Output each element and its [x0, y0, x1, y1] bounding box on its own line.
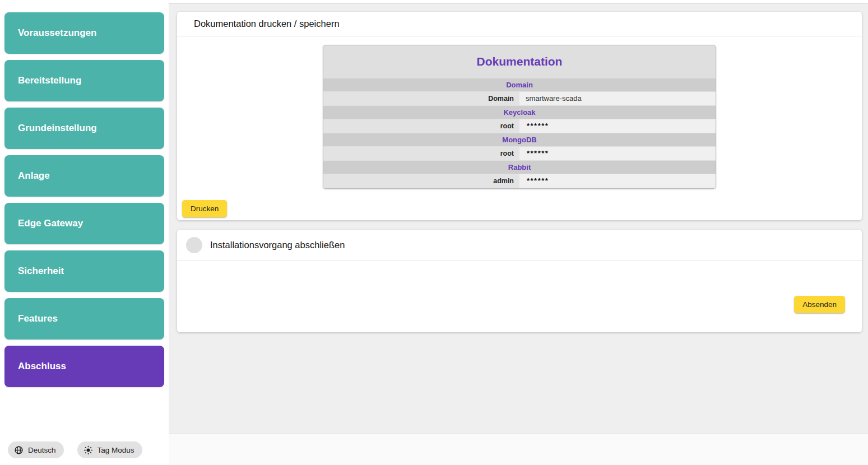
globe-icon: [14, 445, 24, 455]
doc-row: root******: [323, 147, 716, 160]
doc-section-header-domain: Domain: [323, 78, 716, 91]
doc-section-header-rabbit: Rabbit: [323, 161, 716, 174]
sidebar-item-anlage[interactable]: Anlage: [4, 155, 164, 197]
sidebar-nav: VoraussetzungenBereitstellungGrundeinste…: [0, 0, 169, 387]
doc-row-value-masked: ******: [519, 174, 716, 188]
doc-row: admin******: [323, 174, 716, 188]
documentation-title: Dokumentation: [323, 45, 716, 78]
doc-row-label: root: [323, 147, 519, 160]
print-button[interactable]: Drucken: [182, 200, 227, 217]
bottom-strip: [169, 434, 868, 465]
doc-row: root******: [323, 119, 716, 133]
sidebar-item-abschluss[interactable]: Abschluss: [4, 346, 164, 387]
doc-section-header-keycloak: Keycloak: [323, 106, 716, 119]
theme-toggle-button[interactable]: Tag Modus: [77, 441, 142, 458]
language-button[interactable]: Deutsch: [8, 441, 64, 458]
language-button-label: Deutsch: [28, 446, 56, 454]
sidebar-item-bereitstellung[interactable]: Bereitstellung: [4, 60, 164, 101]
top-strip: [169, 0, 868, 3]
status-circle-icon: [186, 237, 202, 253]
finish-card-title: Installationsvorgang abschließen: [210, 240, 345, 250]
documentation-card-header: Dokumentation drucken / speichern: [177, 12, 862, 36]
sidebar-item-features[interactable]: Features: [4, 298, 164, 340]
documentation-card: Dokumentation drucken / speichern Dokume…: [177, 12, 862, 220]
sidebar: VoraussetzungenBereitstellungGrundeinste…: [0, 0, 169, 465]
doc-row: Domainsmartware-scada: [323, 92, 716, 105]
finish-card-body: Absenden: [177, 261, 862, 313]
sidebar-item-voraussetzungen[interactable]: Voraussetzungen: [4, 12, 164, 54]
doc-row-label: root: [323, 119, 519, 133]
sidebar-item-grundeinstellung[interactable]: Grundeinstellung: [4, 108, 164, 149]
doc-row-label: admin: [323, 174, 519, 188]
theme-toggle-label: Tag Modus: [98, 446, 134, 454]
doc-row-label: Domain: [323, 92, 519, 105]
main-content: Dokumentation drucken / speichern Dokume…: [169, 0, 868, 465]
sun-icon: [83, 445, 93, 455]
documentation-table: Dokumentation DomainDomainsmartware-scad…: [323, 45, 716, 189]
doc-row-value-masked: ******: [519, 147, 716, 160]
sidebar-footer: Deutsch Tag Modus: [8, 441, 142, 458]
finish-card: Installationsvorgang abschließen Absende…: [177, 230, 862, 332]
doc-section-header-mongodb: MongoDB: [323, 133, 716, 146]
doc-row-value-masked: ******: [519, 119, 716, 133]
sidebar-item-edge-gateway[interactable]: Edge Gateway: [4, 203, 164, 244]
doc-row-value: smartware-scada: [519, 92, 716, 105]
doc-table-body: DomainDomainsmartware-scadaKeycloakroot*…: [323, 78, 716, 188]
finish-card-header: Installationsvorgang abschließen: [177, 230, 862, 261]
sidebar-item-sicherheit[interactable]: Sicherheit: [4, 250, 164, 292]
documentation-card-title: Dokumentation drucken / speichern: [194, 18, 340, 29]
documentation-preview: Dokumentation DomainDomainsmartware-scad…: [177, 36, 862, 189]
submit-button[interactable]: Absenden: [794, 296, 845, 313]
